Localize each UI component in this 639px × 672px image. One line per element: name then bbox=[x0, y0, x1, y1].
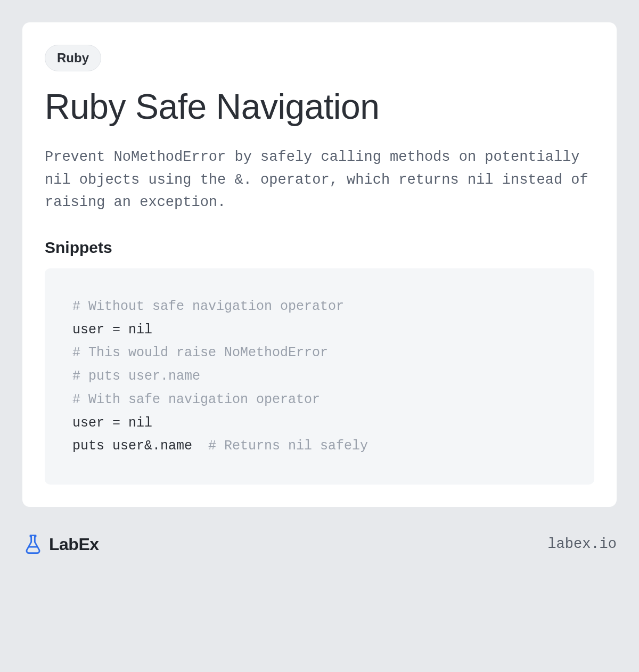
code-line: user = nil bbox=[72, 412, 567, 435]
code-line: user = nil bbox=[72, 318, 567, 342]
card: Ruby Ruby Safe Navigation Prevent NoMeth… bbox=[22, 22, 617, 507]
code-comment: # Without safe navigation operator bbox=[72, 295, 567, 318]
code-text: puts user&.name bbox=[72, 438, 208, 454]
code-line: puts user&.name # Returns nil safely bbox=[72, 435, 567, 458]
flask-icon bbox=[22, 534, 44, 555]
site-url: labex.io bbox=[547, 536, 617, 552]
code-comment: # This would raise NoMethodError bbox=[72, 341, 567, 365]
brand-name: LabEx bbox=[49, 535, 99, 554]
code-block: # Without safe navigation operator user … bbox=[45, 268, 594, 485]
code-comment: # Returns nil safely bbox=[208, 438, 368, 454]
description: Prevent NoMethodError by safely calling … bbox=[45, 146, 594, 214]
page-title: Ruby Safe Navigation bbox=[45, 86, 594, 127]
code-comment: # puts user.name bbox=[72, 365, 567, 388]
language-tag: Ruby bbox=[45, 45, 101, 71]
brand-logo: LabEx bbox=[22, 534, 99, 555]
footer: LabEx labex.io bbox=[22, 534, 617, 555]
code-comment: # With safe navigation operator bbox=[72, 388, 567, 412]
snippets-heading: Snippets bbox=[45, 239, 594, 257]
